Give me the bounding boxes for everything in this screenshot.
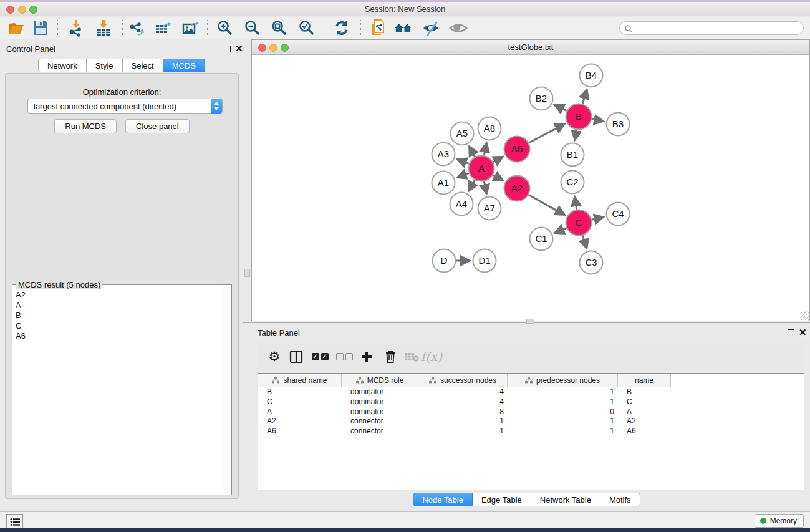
cell-mcds-role: dominator: [342, 387, 418, 397]
edge-C-C3[interactable]: [582, 236, 587, 249]
network-canvas[interactable]: B4B2BB3B1C2A5A8A6A3AA1A2A4A7CC4C1C3DD1: [252, 56, 809, 321]
network-snapshot-button[interactable]: [369, 18, 388, 38]
horizontal-split-grip[interactable]: [526, 319, 534, 324]
mcds-result-list[interactable]: A2ABCA6: [13, 290, 222, 494]
table-float-panel-icon[interactable]: [788, 329, 794, 336]
add-column-button[interactable]: [357, 347, 377, 367]
close-panel-button[interactable]: Close panel: [125, 119, 190, 133]
export-image-icon: [181, 19, 200, 37]
column-label: successor nodes: [440, 376, 496, 385]
table-tab-motifs[interactable]: Motifs: [600, 493, 640, 506]
table-row[interactable]: Bdominator41B: [258, 387, 804, 397]
mcds-result-item[interactable]: C: [13, 321, 222, 332]
import-table-icon: [94, 19, 113, 37]
zoom-in-button[interactable]: [215, 18, 235, 38]
vertical-split-grip[interactable]: [244, 269, 250, 277]
zoom-out-button[interactable]: [243, 18, 263, 38]
import-network-button[interactable]: [66, 18, 86, 38]
edge-A-A7[interactable]: [484, 181, 486, 194]
memory-button[interactable]: Memory: [755, 514, 804, 528]
edge-C-C2[interactable]: [575, 196, 577, 210]
edge-A6-B[interactable]: [529, 124, 564, 143]
criterion-select[interactable]: largest connected component (directed): [27, 99, 223, 114]
list-scrollbar[interactable]: [223, 285, 231, 495]
mcds-result-item[interactable]: A: [13, 301, 222, 311]
run-mcds-button[interactable]: Run MCDS: [54, 119, 117, 133]
table-row[interactable]: Adominator80A: [258, 407, 804, 417]
delete-table-button[interactable]: [402, 347, 422, 367]
task-history-button[interactable]: [6, 514, 23, 530]
close-panel-icon[interactable]: ✕: [235, 43, 243, 54]
refresh-layout-button[interactable]: [332, 18, 352, 38]
edge-A-A2[interactable]: [493, 175, 503, 181]
table-row[interactable]: A2connector11A2: [258, 417, 804, 427]
column-layout-icon: [289, 350, 303, 364]
node-label-A6: A6: [511, 143, 523, 154]
edge-A-A6[interactable]: [493, 157, 503, 162]
column-header-successor-nodes[interactable]: successor nodes: [418, 374, 508, 387]
edge-A-A4[interactable]: [469, 180, 475, 191]
deselect-all-button[interactable]: [334, 347, 354, 367]
edge-C-C4[interactable]: [592, 217, 604, 220]
select-all-button[interactable]: ✓✓: [310, 347, 330, 367]
node-label-C2: C2: [566, 177, 578, 187]
edge-B-B1[interactable]: [575, 130, 577, 140]
application-window: Session: New Session: [0, 0, 810, 532]
edge-A2-C[interactable]: [529, 195, 565, 215]
edge-A-A1[interactable]: [457, 173, 469, 178]
column-header-name[interactable]: name: [618, 374, 671, 387]
table-tab-network-table[interactable]: Network Table: [531, 493, 600, 506]
node-label-C: C: [576, 217, 582, 228]
mcds-result-item[interactable]: A6: [13, 331, 222, 342]
zoom-out-icon: [243, 19, 262, 37]
open-session-icon: [7, 19, 26, 37]
show-panels-button[interactable]: [448, 18, 468, 38]
edge-B-B3[interactable]: [592, 119, 604, 122]
table-row[interactable]: Cdominator41C: [258, 397, 804, 407]
mcds-result-item[interactable]: A2: [13, 290, 222, 301]
home-button[interactable]: [393, 18, 413, 38]
node-label-B1: B1: [567, 149, 578, 160]
column-header-mcds-role[interactable]: MCDS role: [342, 374, 418, 387]
export-network-icon: [127, 19, 146, 37]
edge-A-A5[interactable]: [469, 147, 475, 157]
hide-panels-button[interactable]: [421, 18, 441, 38]
cell-predecessor-nodes: 1: [508, 417, 618, 427]
float-panel-icon[interactable]: [224, 46, 231, 52]
mcds-result-item[interactable]: B: [13, 311, 222, 321]
open-session-button[interactable]: [7, 18, 27, 38]
node-label-A2: A2: [511, 183, 523, 193]
column-layout-button[interactable]: [286, 347, 306, 367]
function-builder-button[interactable]: f(x): [422, 347, 441, 367]
column-header-predecessor-nodes[interactable]: predecessor nodes: [508, 374, 618, 387]
save-session-button[interactable]: [31, 18, 51, 38]
column-header-shared-name[interactable]: shared name: [258, 374, 342, 387]
node-label-D1: D1: [478, 255, 490, 266]
table-tab-edge-table[interactable]: Edge Table: [473, 493, 531, 506]
tab-select[interactable]: Select: [123, 59, 163, 72]
tab-mcds[interactable]: MCDS: [163, 59, 205, 72]
cell-name: A2: [618, 417, 671, 427]
optimization-criterion-label: Optimization criterion:: [6, 87, 238, 97]
edge-B-B2[interactable]: [554, 105, 566, 110]
edge-B-B4[interactable]: [582, 89, 587, 104]
table-settings-button[interactable]: ⚙: [264, 347, 284, 367]
edge-C-C1[interactable]: [555, 228, 567, 233]
export-network-button[interactable]: [127, 18, 147, 38]
table-tab-node-table[interactable]: Node Table: [413, 493, 473, 506]
tab-network[interactable]: Network: [38, 59, 87, 72]
edge-A-A3[interactable]: [457, 159, 469, 163]
export-table-button[interactable]: [153, 18, 173, 38]
node-label-A4: A4: [456, 198, 467, 209]
zoom-selected-button[interactable]: [297, 18, 317, 38]
delete-column-button[interactable]: [380, 347, 400, 367]
import-table-button[interactable]: [94, 18, 113, 38]
table-close-panel-icon[interactable]: ✕: [799, 327, 807, 337]
search-input[interactable]: [636, 22, 798, 34]
edge-A-A8[interactable]: [484, 143, 486, 155]
table-row[interactable]: A6connector11A6: [258, 427, 804, 437]
window-resize-grip[interactable]: [800, 311, 809, 320]
zoom-fit-button[interactable]: [269, 18, 289, 38]
tab-style[interactable]: Style: [87, 59, 123, 72]
export-image-button[interactable]: [180, 18, 200, 38]
